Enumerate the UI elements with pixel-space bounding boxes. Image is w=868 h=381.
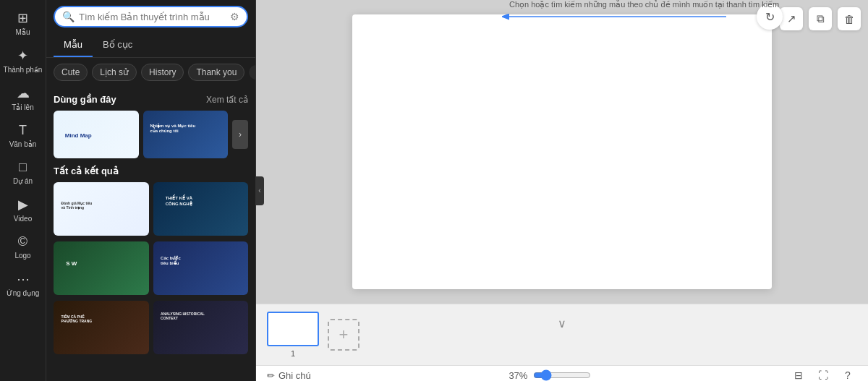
sidebar-label-logo: Logo	[14, 252, 30, 260]
notes-label: Ghi chú	[278, 370, 311, 381]
all-results-section-header: Tất cả kết quả	[54, 166, 248, 176]
nhiem-vu-label: Nhiệm vụ và Mục tiêucủa chúng tôi	[147, 120, 198, 136]
delete-icon: 🗑	[844, 13, 855, 25]
logo-icon: ©	[18, 234, 27, 249]
analyze-label: ANALYSING HISTORICALCONTEXT	[158, 309, 208, 323]
slide-thumb-img-1	[267, 312, 319, 346]
status-bar-right: ⊟ ⛶ ?	[789, 366, 857, 381]
template-card-green[interactable]: S W	[54, 241, 149, 295]
recent-section-title: Dùng gần đây	[54, 94, 116, 105]
tabs-row: Mẫu Bố cục	[46, 33, 255, 58]
cafe-label: TIÊM CÀ PHÊPHƯƠNG TRANG	[59, 312, 95, 326]
all-results-row3: TIÊM CÀ PHÊPHƯƠNG TRANG ANALYSING HISTOR…	[54, 301, 248, 354]
sidebar-label-thanh-phan: Thành phần	[4, 66, 43, 74]
apps-icon: ⋯	[17, 271, 30, 287]
slide-canvas	[352, 14, 772, 289]
template-card-blue2[interactable]: Các bướctiêu biểu	[153, 241, 249, 295]
icon-sidebar: ⊞ Mẫu ✦ Thành phần ☁ Tải lên T Văn bản □…	[0, 0, 46, 381]
zoom-area: 37%	[509, 369, 591, 381]
help-icon: ?	[845, 369, 851, 381]
sidebar-label-du-an: Dự án	[13, 177, 33, 185]
all-results-row2: S W Các bướctiêu biểu	[54, 241, 248, 295]
thiet-ke-label: THIẾT KẾ VÀCÔNG NGHỆ	[163, 193, 195, 210]
template-panel: 🔍 ⚙ Mẫu Bố cục Cute Lịch sử History Than…	[46, 0, 256, 381]
recent-templates-row: Mind Map Nhiệm vụ và Mục tiêucủa chúng t…	[54, 111, 248, 158]
canvas-area: ↗ ⧉ 🗑 Chọn hoặc tìm kiế	[256, 0, 868, 381]
canvas-main: ↻	[256, 0, 868, 304]
copy-button[interactable]: ⧉	[809, 7, 832, 30]
chips-row: Cute Lịch sử History Thank you ›	[46, 58, 255, 87]
fullscreen-button[interactable]: ⛶	[814, 366, 833, 381]
all-results-title: Tất cả kết quả	[54, 166, 119, 176]
tab-mau[interactable]: Mẫu	[54, 33, 93, 57]
chip-thank-you[interactable]: Thank you	[188, 64, 244, 81]
template-card-cafe[interactable]: TIÊM CÀ PHÊPHƯƠNG TRANG	[54, 301, 149, 354]
refresh-icon: ↻	[765, 10, 775, 24]
chip-history[interactable]: History	[141, 64, 184, 81]
search-input[interactable]	[79, 12, 226, 22]
template-card-analyze[interactable]: ANALYSING HISTORICALCONTEXT	[153, 301, 249, 354]
chip-lich-su[interactable]: Lịch sử	[92, 64, 137, 81]
recent-nav-arrow[interactable]: ›	[232, 120, 248, 149]
slide-thumb-1[interactable]: 1	[267, 312, 319, 358]
zoom-percent-label: 37%	[509, 370, 527, 381]
upload-icon: ☁	[17, 85, 30, 101]
collapse-handle[interactable]: ‹	[255, 176, 264, 205]
chevron-down-icon[interactable]: ∨	[558, 317, 566, 330]
sidebar-item-video[interactable]: ▶ Video	[4, 192, 42, 227]
recent-section-header: Dùng gần đây Xem tất cả	[54, 94, 248, 105]
all-results-row1: Đánh giá Mục tiêuvà Tình trạng THIẾT KẾ …	[54, 182, 248, 236]
tab-bo-cuc[interactable]: Bố cục	[93, 33, 142, 57]
notes-icon: ✏	[267, 370, 275, 381]
filmstrip: 1 +	[256, 304, 868, 365]
search-box: 🔍 ⚙	[54, 6, 248, 27]
sidebar-label-tai-len: Tải lên	[12, 103, 33, 111]
search-area: 🔍 ⚙	[46, 0, 255, 33]
add-slide-icon: +	[339, 325, 349, 344]
green-label: S W	[63, 257, 80, 270]
delete-button[interactable]: 🗑	[838, 7, 861, 30]
filter-icon[interactable]: ⚙	[230, 11, 239, 22]
zoom-slider[interactable]	[533, 369, 591, 381]
search-icon: 🔍	[62, 11, 75, 22]
sidebar-item-tai-len[interactable]: ☁ Tải lên	[4, 81, 42, 116]
status-bar: ✏ Ghi chú 37% ⊟ ⛶ ?	[256, 365, 868, 381]
pages-icon-button[interactable]: ⊟	[789, 366, 808, 381]
sidebar-item-van-ban[interactable]: T Văn bản	[4, 119, 42, 153]
text-icon: T	[19, 123, 27, 138]
sidebar-label-video: Video	[14, 215, 32, 223]
share-button[interactable]: ↗	[780, 7, 803, 30]
template-card-thiet-ke[interactable]: THIẾT KẾ VÀCÔNG NGHỆ	[153, 182, 249, 236]
help-button[interactable]: ?	[838, 366, 857, 381]
fullscreen-icon: ⛶	[818, 369, 828, 381]
sidebar-item-logo[interactable]: © Logo	[4, 230, 42, 264]
video-icon: ▶	[18, 197, 28, 213]
template-card-nhiem-vu[interactable]: Nhiệm vụ và Mục tiêucủa chúng tôi	[143, 111, 229, 158]
share-icon: ↗	[787, 12, 796, 25]
add-slide-button[interactable]: +	[328, 319, 359, 351]
chip-cute[interactable]: Cute	[54, 64, 88, 81]
notes-button[interactable]: ✏ Ghi chú	[267, 370, 311, 381]
danh-gia-label: Đánh giá Mục tiêuvà Tình trạng	[59, 198, 95, 213]
sidebar-item-thanh-phan[interactable]: ✦ Thành phần	[4, 43, 42, 78]
sidebar-item-ung-dung[interactable]: ⋯ Ứng dụng	[4, 267, 42, 301]
chip-nav-next[interactable]: ›	[249, 65, 255, 80]
template-card-danh-gia[interactable]: Đánh giá Mục tiêuvà Tình trạng	[54, 182, 149, 236]
sidebar-item-mau[interactable]: ⊞ Mẫu	[4, 6, 42, 40]
sidebar-label-van-ban: Văn bản	[9, 140, 37, 148]
component-icon: ✦	[17, 48, 28, 64]
template-content: Dùng gần đây Xem tất cả Mind Map Nhiệm v…	[46, 87, 255, 381]
folder-icon: □	[19, 160, 27, 175]
template-card-mindmap[interactable]: Mind Map	[54, 111, 139, 158]
refresh-button[interactable]: ↻	[757, 4, 783, 30]
mindmap-label: Mind Map	[62, 129, 95, 142]
canvas-toolbar: ↗ ⧉ 🗑	[780, 7, 861, 30]
grid-icon: ⊞	[17, 10, 28, 26]
recent-section-link[interactable]: Xem tất cả	[206, 95, 248, 105]
sidebar-item-du-an[interactable]: □ Dự án	[4, 155, 42, 189]
slide-thumb-num-1: 1	[291, 349, 295, 358]
sidebar-label-mau: Mẫu	[16, 28, 30, 36]
copy-icon: ⧉	[817, 12, 825, 25]
pages-icon: ⊟	[794, 369, 803, 381]
blue2-label: Các bướctiêu biểu	[158, 252, 184, 268]
